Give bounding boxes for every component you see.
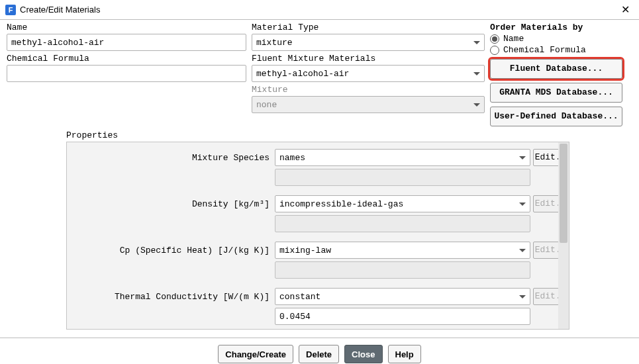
prop-density-label: Density [kg/m³] [74,199,272,209]
footer-buttons: Change/Create Delete Close Help [0,338,639,364]
material-type-value: mixture [256,38,293,48]
properties-section: Properties Mixture Species names Edit...… [66,130,569,330]
help-button[interactable]: Help [388,345,421,363]
close-icon[interactable]: ✕ [617,3,634,16]
prop-species-method[interactable]: names [275,149,530,166]
prop-kcond-value-input[interactable] [275,308,530,325]
prop-kcond-method-value: constant [279,292,320,302]
prop-species-method-value: names [279,153,305,163]
chevron-down-icon [519,249,526,252]
fluent-mixture-label: Fluent Mixture Materials [252,54,485,64]
mixture-select: none [252,96,485,113]
top-form: Name Chemical Formula Material Type mixt… [0,20,639,126]
prop-cp-value-input [275,261,530,279]
user-database-button[interactable]: User-Defined Database... [490,107,622,126]
chevron-down-icon [519,156,526,159]
chevron-down-icon [519,295,526,298]
material-type-label: Material Type [252,23,485,32]
radio-order-name[interactable]: Name [490,34,637,44]
prop-cp-label: Cp (Specific Heat) [J/(kg K)] [74,246,272,255]
order-by-label: Order Materials by [490,23,637,32]
mixture-label: Mixture [252,85,485,95]
prop-density-method[interactable]: incompressible-ideal-gas [275,195,530,212]
properties-box: Mixture Species names Edit... Density [k… [66,142,569,330]
properties-label: Properties [66,130,569,140]
prop-cp-method-value: mixing-law [279,246,331,255]
chevron-down-icon [519,203,526,206]
chemical-formula-input[interactable] [7,65,246,82]
radio-label-formula: Chemical Formula [503,45,586,55]
prop-density-value-input [275,215,530,232]
prop-species-value-input [275,169,530,186]
delete-button[interactable]: Delete [299,345,339,363]
chevron-down-icon [473,103,480,107]
radio-icon [490,46,499,55]
chemical-formula-label: Chemical Formula [7,54,246,64]
material-type-select[interactable]: mixture [252,34,485,51]
change-create-button[interactable]: Change/Create [218,345,293,363]
prop-kcond-label: Thermal Conductivity [W/(m K)] [74,292,272,302]
fluent-mixture-select[interactable]: methyl-alcohol-air [252,65,485,82]
name-label: Name [7,23,246,32]
prop-species-label: Mixture Species [74,153,272,163]
radio-label-name: Name [503,34,524,44]
col-material-type: Material Type mixture Fluent Mixture Mat… [249,23,487,126]
radio-order-formula[interactable]: Chemical Formula [490,45,637,55]
radio-icon [490,34,499,44]
titlebar-title: Create/Edit Materials [20,5,617,15]
properties-scrollbar[interactable] [558,142,569,329]
chevron-down-icon [473,41,480,44]
prop-kcond-method[interactable]: constant [275,288,530,305]
col-order-by: Order Materials by Name Chemical Formula… [487,23,639,126]
granta-database-button[interactable]: GRANTA MDS Database... [490,83,622,103]
mixture-value: none [256,100,277,110]
prop-cp-method[interactable]: mixing-law [275,242,530,259]
col-name-formula: Name Chemical Formula [4,23,249,126]
name-input[interactable] [7,34,246,51]
chevron-down-icon [473,72,480,75]
fluent-mixture-value: methyl-alcohol-air [256,69,349,79]
scroll-thumb[interactable] [560,144,567,243]
close-button[interactable]: Close [344,345,382,363]
fluent-database-button[interactable]: Fluent Database... [490,59,622,79]
titlebar: F Create/Edit Materials ✕ [0,0,639,20]
app-icon: F [5,5,16,15]
prop-density-method-value: incompressible-ideal-gas [279,199,403,209]
